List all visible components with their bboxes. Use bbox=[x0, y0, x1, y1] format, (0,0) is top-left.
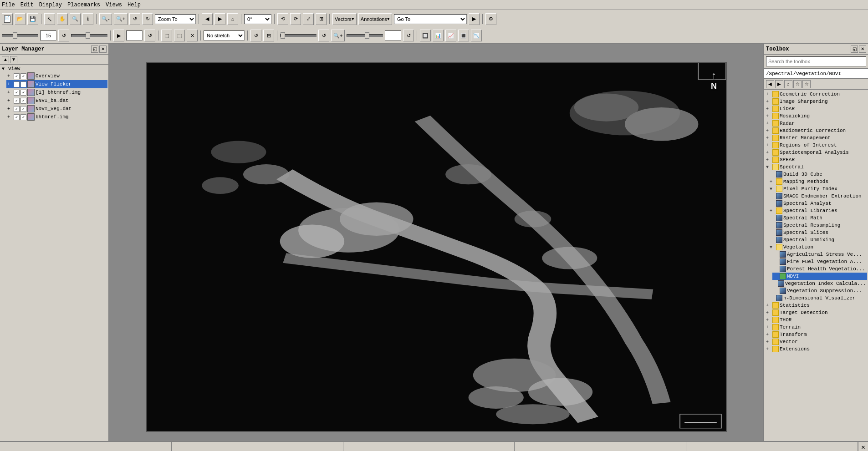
rotation-select[interactable]: 0° bbox=[244, 14, 271, 24]
bhtmref-vis-checkbox[interactable] bbox=[20, 114, 26, 120]
opacity-slider[interactable] bbox=[280, 34, 317, 37]
zoom-refresh[interactable]: ↺ bbox=[403, 30, 414, 41]
toolbox-close-btn[interactable]: ✕ bbox=[859, 46, 866, 53]
toolbox-item-foresthealth[interactable]: Forest Health Vegetatio... bbox=[772, 265, 867, 273]
enviba-vis-checkbox[interactable] bbox=[20, 98, 26, 104]
toolbox-item-mapping[interactable]: + Mapping Methods bbox=[769, 178, 867, 185]
layer-item-bhtmref1[interactable]: + [1] bhtmref.img bbox=[6, 88, 107, 96]
opacity-refresh[interactable]: ↺ bbox=[318, 30, 329, 41]
bhtmref1-vis-checkbox[interactable] bbox=[20, 90, 26, 96]
toolbox-item-radar[interactable]: + Radar bbox=[765, 120, 867, 127]
layer-item-overview[interactable]: + Overview bbox=[6, 72, 107, 80]
tool-b[interactable]: 📊 bbox=[433, 30, 444, 41]
toolbox-item-agristress[interactable]: Agricultural Stress Ve... bbox=[772, 251, 867, 258]
pan-left-button[interactable]: ↺ bbox=[129, 13, 140, 25]
toolbox-item-geometric[interactable]: + Geometric Correction bbox=[765, 91, 867, 98]
cursor-button[interactable]: ↖ bbox=[44, 13, 55, 25]
nav-forward-button[interactable]: ▶ bbox=[214, 13, 225, 25]
roi-btn1[interactable]: ⬚ bbox=[161, 30, 172, 41]
flip-button[interactable]: ⤢ bbox=[303, 13, 314, 25]
grid-button[interactable]: ⊞ bbox=[316, 13, 327, 25]
nav-step-btn[interactable]: ▶ bbox=[113, 30, 124, 41]
toolbox-item-statistics[interactable]: + Statistics bbox=[765, 302, 867, 309]
annotations-button[interactable]: Annotations ▾ bbox=[358, 13, 392, 25]
toolbox-search-input[interactable] bbox=[766, 56, 866, 66]
tool-a[interactable]: 🔲 bbox=[420, 30, 431, 41]
toolbox-item-build3d[interactable]: Build 3D Cube bbox=[769, 171, 867, 178]
info-button[interactable]: ℹ bbox=[82, 13, 93, 25]
toolbox-float-btn[interactable]: ◱ bbox=[851, 46, 858, 53]
toolbox-item-spectralunmix[interactable]: Spectral Unmixing bbox=[769, 236, 867, 243]
ndviveg-checkbox[interactable] bbox=[14, 106, 20, 112]
toolbox-item-vegsuppress[interactable]: Vegetation Suppression... bbox=[772, 287, 867, 294]
layer-item-bhtmref[interactable]: + bhtmref.img bbox=[6, 113, 107, 121]
settings-button[interactable]: ⚙ bbox=[485, 13, 496, 25]
toolbox-item-spectrallibs[interactable]: + Spectral Libraries bbox=[769, 207, 867, 214]
bhtmref1-checkbox[interactable] bbox=[14, 90, 20, 96]
zoom-to-select[interactable]: Zoom To bbox=[155, 14, 196, 24]
toolbox-item-spatiotemporal[interactable]: + Spatiotemporal Analysis bbox=[765, 149, 867, 156]
toolbox-item-thor[interactable]: + THOR bbox=[765, 316, 867, 324]
toolbox-item-spectralmath[interactable]: Spectral Math bbox=[769, 214, 867, 222]
toolbox-item-firefuel[interactable]: Fire Fuel Vegetation A... bbox=[772, 258, 867, 265]
toolbox-list-btn[interactable]: ☆ bbox=[802, 80, 811, 88]
step-value[interactable]: 20 bbox=[126, 30, 143, 41]
app-close-button[interactable]: ✕ bbox=[858, 442, 868, 451]
roi-btn3[interactable]: ✕ bbox=[187, 30, 198, 41]
toolbox-item-vegetation[interactable]: ▼ Vegetation bbox=[769, 243, 867, 251]
zoom-out-button[interactable]: 🔍- bbox=[99, 13, 112, 25]
toolbox-item-spectralresamp[interactable]: Spectral Resampling bbox=[769, 222, 867, 229]
toolbox-item-mosaicking[interactable]: + Mosaicking bbox=[765, 112, 867, 120]
layer-item-ndviveg[interactable]: + NDVI_veg.dat bbox=[6, 105, 107, 113]
slider2[interactable] bbox=[71, 34, 107, 37]
rotate-left-button[interactable]: ⟲ bbox=[277, 13, 288, 25]
toolbox-forward-btn[interactable]: ▶ bbox=[775, 80, 783, 88]
menu-display[interactable]: Display bbox=[39, 2, 62, 8]
rotate-right-button[interactable]: ⟳ bbox=[290, 13, 301, 25]
toolbox-item-ppi[interactable]: ▼ Pixel Purity Index bbox=[769, 185, 867, 193]
overview-checkbox[interactable] bbox=[14, 73, 20, 79]
viewflicker-vis-checkbox[interactable] bbox=[20, 81, 26, 87]
tool-e[interactable]: 📉 bbox=[471, 30, 482, 41]
new-file-button[interactable]: 📄 bbox=[2, 13, 13, 25]
menu-placemarks[interactable]: Placemarks bbox=[67, 2, 100, 8]
layer-expand-btn[interactable]: ▼ bbox=[10, 56, 17, 63]
stretch-apply[interactable]: ⊞ bbox=[263, 30, 274, 41]
layer-collapse-btn[interactable]: ▲ bbox=[2, 56, 9, 63]
layer-item-viewflicker[interactable]: + View Flicker bbox=[6, 80, 107, 88]
layer-item-view[interactable]: ▼ View bbox=[1, 66, 107, 72]
toolbox-home-btn[interactable]: ⌂ bbox=[784, 80, 792, 88]
save-button[interactable]: 💾 bbox=[27, 13, 38, 25]
toolbox-item-spectralslices[interactable]: Spectral Slices bbox=[769, 229, 867, 236]
step-refresh[interactable]: ↺ bbox=[144, 30, 155, 41]
roi-btn2[interactable]: ⬚ bbox=[174, 30, 185, 41]
enviba-checkbox[interactable] bbox=[14, 98, 20, 104]
toolbox-item-imagesharp[interactable]: + Image Sharpening bbox=[765, 98, 867, 105]
menu-views[interactable]: Views bbox=[106, 2, 122, 8]
goto-select[interactable]: Go To bbox=[394, 14, 467, 24]
menu-edit[interactable]: Edit bbox=[20, 2, 34, 8]
toolbox-item-spectral[interactable]: ▼ Spectral bbox=[765, 163, 867, 171]
viewflicker-checkbox[interactable] bbox=[14, 81, 20, 87]
magnify-button[interactable]: 🔍 bbox=[70, 13, 81, 25]
ndviveg-vis-checkbox[interactable] bbox=[20, 106, 26, 112]
nav-back-button[interactable]: ◀ bbox=[202, 13, 213, 25]
brightness-refresh[interactable]: ↺ bbox=[58, 30, 69, 41]
overview-vis-checkbox[interactable] bbox=[20, 73, 26, 79]
brightness-slider[interactable] bbox=[2, 34, 38, 37]
toolbox-item-smacc[interactable]: SMACC Endmember Extraction bbox=[769, 193, 867, 200]
zoom-slider[interactable] bbox=[347, 34, 383, 37]
opacity-zoom-in[interactable]: 🔍+ bbox=[331, 30, 345, 41]
toolbox-item-ndvi[interactable]: NDVI bbox=[772, 273, 867, 280]
pan-right-button[interactable]: ↻ bbox=[142, 13, 153, 25]
layer-manager-close-btn[interactable]: ✕ bbox=[99, 46, 107, 53]
toolbox-item-roi[interactable]: + Regions of Interest bbox=[765, 142, 867, 149]
hand-button[interactable]: ✋ bbox=[57, 13, 68, 25]
toolbox-item-vegindex[interactable]: Vegetation Index Calcula... bbox=[772, 280, 867, 287]
toolbox-item-lidar[interactable]: + LiDAR bbox=[765, 105, 867, 112]
toolbox-item-spear[interactable]: + SPEAR bbox=[765, 156, 867, 163]
toolbox-item-spectralanalyst[interactable]: Spectral Analyst bbox=[769, 200, 867, 207]
stretch-refresh[interactable]: ↺ bbox=[250, 30, 261, 41]
vectors-button[interactable]: Vectors ▾ bbox=[332, 13, 357, 25]
toolbox-item-extensions[interactable]: + Extensions bbox=[765, 345, 867, 353]
